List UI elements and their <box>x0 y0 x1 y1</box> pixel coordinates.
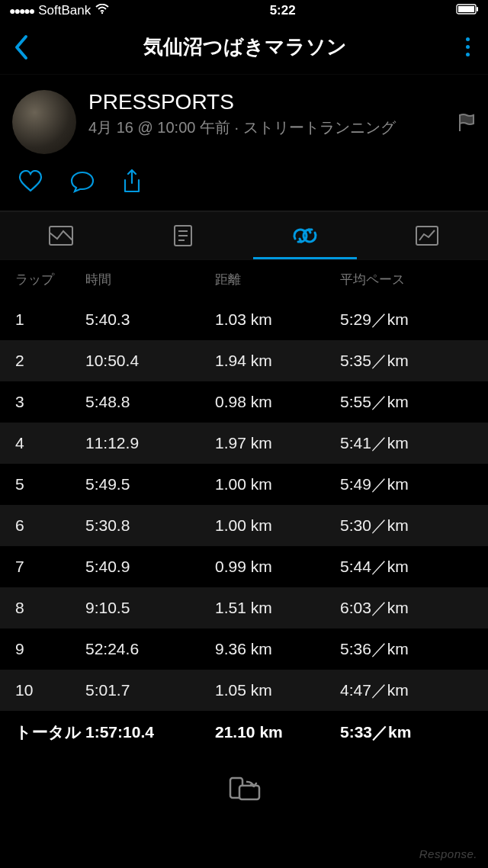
table-row[interactable]: 75:40.90.99 km5:44／km <box>0 546 488 587</box>
cell-lap: 10 <box>0 681 85 699</box>
status-time: 5:22 <box>270 3 296 18</box>
cell-lap: 7 <box>0 558 85 576</box>
like-button[interactable] <box>18 170 43 196</box>
header-lap: ラップ <box>0 271 85 288</box>
laps-table: 15:40.31.03 km5:29／km210:50.41.94 km5:35… <box>0 299 488 711</box>
cell-lap: 1 <box>0 310 85 329</box>
cell-pace: 5:55／km <box>340 391 488 413</box>
svg-point-0 <box>101 12 103 14</box>
header-pace: 平均ペース <box>340 271 488 288</box>
svg-rect-3 <box>477 7 478 11</box>
cell-pace: 5:30／km <box>340 515 488 536</box>
cell-lap: 2 <box>0 352 85 370</box>
profile-info: PRESSPORTS 4月 16 @ 10:00 午前 · ストリートランニング <box>88 90 445 138</box>
cell-distance: 1.00 km <box>215 516 340 535</box>
svg-rect-2 <box>458 6 474 12</box>
signal-dots-icon: ●●●●● <box>9 5 34 17</box>
cell-time: 5:49.5 <box>85 475 215 493</box>
status-left: ●●●●● SoftBank <box>9 3 109 18</box>
watermark: Response. <box>419 847 477 860</box>
total-label: トータル <box>0 722 85 743</box>
wifi-icon <box>95 3 109 18</box>
cell-distance: 1.00 km <box>215 475 340 493</box>
social-actions <box>0 160 488 212</box>
status-bar: ●●●●● SoftBank 5:22 <box>0 0 488 21</box>
back-button[interactable] <box>14 34 29 60</box>
page-title: 気仙沼つばきマラソン <box>29 34 461 60</box>
cell-pace: 5:44／km <box>340 556 488 577</box>
header-time: 時間 <box>85 271 215 288</box>
cell-time: 5:48.8 <box>85 393 215 411</box>
tab-map[interactable] <box>0 212 122 259</box>
total-distance: 21.10 km <box>215 723 340 741</box>
table-row[interactable]: 55:49.51.00 km5:49／km <box>0 464 488 505</box>
cell-pace: 5:29／km <box>340 309 488 330</box>
more-button[interactable] <box>461 34 474 59</box>
rotate-hint[interactable] <box>0 754 488 827</box>
cell-distance: 0.98 km <box>215 393 340 411</box>
table-row[interactable]: 89:10.51.51 km6:03／km <box>0 587 488 628</box>
table-row[interactable]: 15:40.31.03 km5:29／km <box>0 299 488 340</box>
cell-distance: 1.97 km <box>215 434 340 452</box>
cell-distance: 0.99 km <box>215 558 340 576</box>
battery-icon <box>456 3 479 18</box>
tab-bar <box>0 212 488 260</box>
cell-distance: 1.03 km <box>215 310 340 329</box>
cell-lap: 6 <box>0 516 85 535</box>
table-row[interactable]: 210:50.41.94 km5:35／km <box>0 340 488 381</box>
header-distance: 距離 <box>215 271 340 288</box>
tab-laps[interactable] <box>244 212 366 259</box>
cell-distance: 9.36 km <box>215 640 340 658</box>
cell-pace: 4:47／km <box>340 680 488 701</box>
tab-charts[interactable] <box>366 212 488 259</box>
table-row[interactable]: 35:48.80.98 km5:55／km <box>0 381 488 423</box>
cell-time: 9:10.5 <box>85 599 215 617</box>
nav-bar: 気仙沼つばきマラソン <box>0 21 488 75</box>
cell-pace: 5:35／km <box>340 350 488 371</box>
cell-pace: 5:41／km <box>340 432 488 454</box>
rotate-device-icon <box>226 775 262 805</box>
cell-lap: 9 <box>0 640 85 658</box>
cell-time: 10:50.4 <box>85 352 215 370</box>
comment-button[interactable] <box>70 170 95 196</box>
profile-section: PRESSPORTS 4月 16 @ 10:00 午前 · ストリートランニング <box>0 75 488 160</box>
profile-name: PRESSPORTS <box>88 90 445 114</box>
cell-pace: 5:36／km <box>340 638 488 660</box>
table-row[interactable]: 65:30.81.00 km5:30／km <box>0 505 488 546</box>
flag-icon[interactable] <box>458 113 476 137</box>
table-row[interactable]: 411:12.91.97 km5:41／km <box>0 423 488 464</box>
table-row[interactable]: 952:24.69.36 km5:36／km <box>0 628 488 670</box>
cell-pace: 5:49／km <box>340 474 488 495</box>
cell-time: 5:30.8 <box>85 516 215 535</box>
cell-distance: 1.51 km <box>215 599 340 617</box>
table-header: ラップ 時間 距離 平均ペース <box>0 260 488 299</box>
cell-time: 5:40.3 <box>85 310 215 329</box>
svg-rect-11 <box>239 786 259 799</box>
cell-time: 5:01.7 <box>85 681 215 699</box>
tab-details[interactable] <box>122 212 244 259</box>
total-row: トータル 1:57:10.4 21.10 km 5:33／km <box>0 711 488 754</box>
cell-lap: 4 <box>0 434 85 452</box>
cell-lap: 3 <box>0 393 85 411</box>
cell-lap: 8 <box>0 599 85 617</box>
share-button[interactable] <box>122 169 142 197</box>
cell-time: 5:40.9 <box>85 558 215 576</box>
cell-time: 52:24.6 <box>85 640 215 658</box>
profile-meta: 4月 16 @ 10:00 午前 · ストリートランニング <box>88 117 445 138</box>
total-time: 1:57:10.4 <box>85 723 215 741</box>
cell-lap: 5 <box>0 475 85 493</box>
cell-distance: 1.05 km <box>215 681 340 699</box>
carrier-label: SoftBank <box>38 3 91 18</box>
cell-distance: 1.94 km <box>215 352 340 370</box>
table-row[interactable]: 105:01.71.05 km4:47／km <box>0 670 488 711</box>
cell-time: 11:12.9 <box>85 434 215 452</box>
status-right <box>456 3 479 18</box>
avatar[interactable] <box>12 90 76 154</box>
cell-pace: 6:03／km <box>340 597 488 619</box>
total-pace: 5:33／km <box>340 722 488 743</box>
